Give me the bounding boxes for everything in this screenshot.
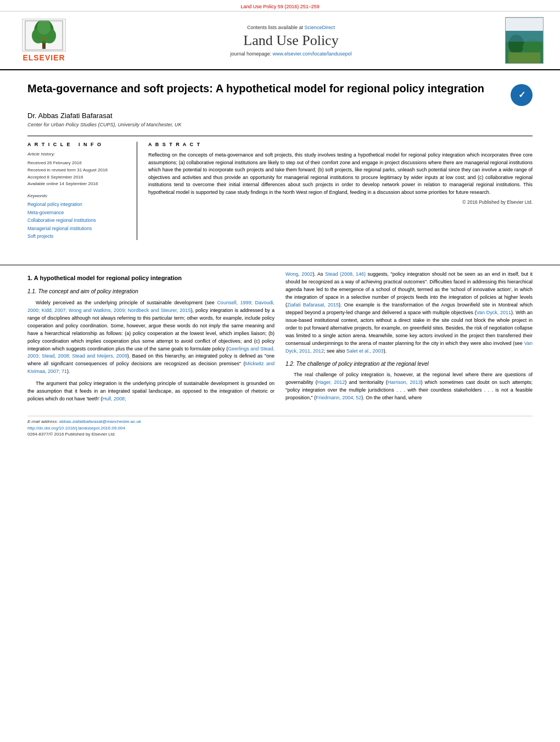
keyword-3: Collaborative regional institutions (27, 216, 128, 224)
journal-center: Contents lists available at ScienceDirec… (77, 25, 505, 57)
section1-title: 1. A hypothetical model for regional pol… (27, 274, 275, 283)
subsection2-title: 1.2. The challenge of policy integration… (285, 360, 533, 369)
article-content: Meta-governance and soft projects: A hyp… (0, 70, 560, 259)
svg-rect-8 (506, 18, 543, 31)
email-link[interactable]: abbas.ziafatibafarasat@manchester.ac.uk (59, 419, 141, 424)
abstract-header: A B S T R A C T (148, 142, 533, 147)
article-history-label: Article history: (27, 152, 128, 157)
cover-inner: Land Use Policy Policy (506, 18, 543, 63)
ref-mickwitz[interactable]: Mickwitz and Kivimaa, 2007; 71 (27, 361, 275, 374)
ref-counsell[interactable]: Counsell, 1999; Davoudi, 2000; Kidd, 200… (27, 300, 275, 313)
svg-rect-13 (506, 31, 543, 42)
ref-geerlings[interactable]: Geerlings and Stead, 2003; Stead, 2008; … (27, 346, 275, 359)
svg-text:✓: ✓ (518, 90, 525, 99)
keyword-1: Regional policy integration (27, 200, 128, 208)
sciencedirect-line: Contents lists available at ScienceDirec… (88, 25, 494, 30)
body-para-1: Widely perceived as the underlying princ… (27, 299, 275, 376)
date-accepted: Accepted 8 September 2016 (27, 174, 128, 181)
crossmark-icon[interactable]: ✓ (511, 84, 533, 106)
page: Land Use Policy 59 (2016) 251–259 (0, 0, 560, 742)
doi-line[interactable]: http://dx.doi.org/10.1016/j.landusepol.2… (27, 426, 533, 431)
body-section: 1. A hypothetical model for regional pol… (0, 271, 560, 408)
ref-salet[interactable]: Salet et al., 2003 (346, 348, 384, 354)
keywords-label: Keywords: (27, 193, 128, 198)
author-name: Dr. Abbas Ziafati Bafarasat (27, 111, 533, 120)
date-revised: Received in revised form 31 August 2016 (27, 167, 128, 174)
email-footnote: E-mail address: abbas.ziafatibafarasat@m… (27, 419, 533, 424)
subsection1-title: 1.1. The concept and aim of policy integ… (27, 287, 275, 296)
abstract-text: Reflecting on the concepts of meta-gover… (148, 152, 533, 196)
keywords-list: Regional policy integration Meta-governa… (27, 200, 128, 240)
homepage-link[interactable]: www.elsevier.com/locate/landusepol (272, 51, 351, 57)
body-right-col: Wong, 2002). As Stead (2008, 146) sugges… (285, 271, 533, 408)
body-left-col: 1. A hypothetical model for regional pol… (27, 271, 275, 408)
citation-text: Land Use Policy 59 (2016) 251–259 (240, 4, 320, 9)
ref-stead[interactable]: Stead (2008, 146) (325, 271, 366, 277)
body-right-para-2: The real challenge of policy integration… (285, 371, 533, 402)
svg-rect-12 (508, 52, 540, 63)
ref-hull[interactable]: Hull, 2008; (103, 396, 126, 401)
article-title-text: Meta-governance and soft projects: A hyp… (27, 81, 511, 96)
body-right-para-1: Wong, 2002). As Stead (2008, 146) sugges… (285, 271, 533, 355)
abstract-col: A B S T R A C T Reflecting on the concep… (148, 142, 533, 240)
journal-homepage: journal homepage: www.elsevier.com/locat… (88, 51, 494, 57)
ref-hager[interactable]: Hager, 2012 (317, 380, 345, 385)
ref-ziafati[interactable]: Ziafati Bafarasat, 2015 (287, 302, 339, 308)
journal-title: Land Use Policy (88, 32, 494, 49)
elsevier-label: ELSEVIER (23, 53, 65, 62)
article-info-col: A R T I C L E I N F O Article history: R… (27, 142, 137, 240)
svg-point-5 (42, 37, 46, 41)
ref-vandyck2[interactable]: Van Dyck, 2011, 2012 (285, 341, 533, 354)
date-online: Available online 14 September 2016 (27, 181, 128, 188)
keyword-5: Soft projects (27, 232, 128, 240)
body-para-2: The argument that policy integration is … (27, 380, 275, 403)
footer-divider (27, 416, 533, 416)
article-info-header: A R T I C L E I N F O (27, 142, 128, 147)
sciencedirect-link[interactable]: ScienceDirect (305, 25, 335, 30)
ref-friedmann[interactable]: Friedmann, 2004; 52 (316, 395, 361, 400)
elsevier-logo: ELSEVIER (11, 19, 77, 62)
footer: E-mail address: abbas.ziafatibafarasat@m… (0, 419, 560, 445)
elsevier-tree-icon (22, 19, 66, 52)
ref-wong[interactable]: Wong, 2002 (285, 271, 312, 277)
author-affiliation: Center for Urban Policy Studies (CUPS), … (27, 122, 533, 127)
info-abstract-section: A R T I C L E I N F O Article history: R… (27, 136, 533, 240)
copyright-line: © 2016 Published by Elsevier Ltd. (148, 199, 533, 205)
citation-bar: Land Use Policy 59 (2016) 251–259 (0, 0, 560, 12)
ref-vandyck[interactable]: Van Dyck, 2011 (477, 310, 511, 315)
date-received: Received 26 February 2016 (27, 160, 128, 167)
body-divider (0, 265, 560, 265)
ref-harrison[interactable]: Harrison, 2013 (388, 380, 421, 385)
issn-line: 0264-8377/© 2016 Published by Elsevier L… (27, 432, 533, 437)
article-dates: Received 26 February 2016 Received in re… (27, 160, 128, 188)
article-title-row: Meta-governance and soft projects: A hyp… (27, 81, 533, 106)
keyword-4: Managerial regional institutions (27, 225, 128, 232)
journal-header: ELSEVIER Contents lists available at Sci… (0, 12, 560, 70)
journal-cover-image: Land Use Policy Policy (505, 17, 544, 64)
keyword-2: Meta-governance (27, 209, 128, 216)
